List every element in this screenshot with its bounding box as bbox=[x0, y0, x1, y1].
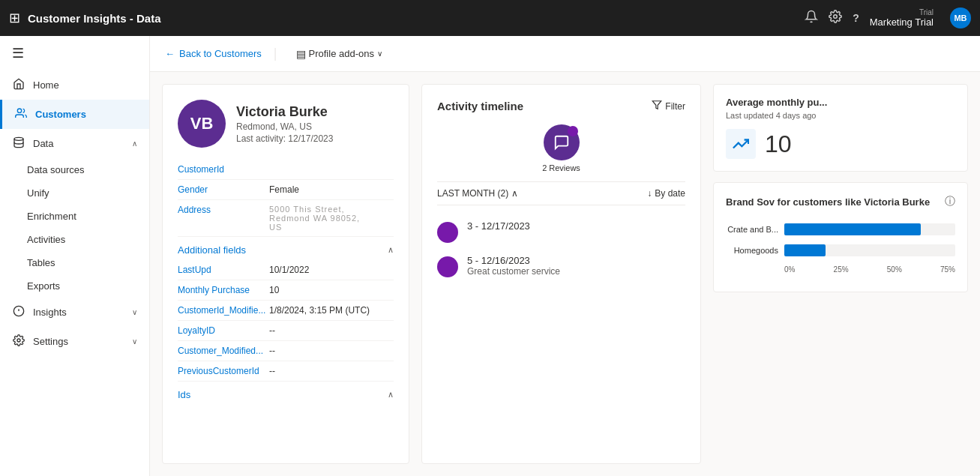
trend-icon bbox=[726, 129, 756, 159]
waffle-icon[interactable]: ⊞ bbox=[9, 10, 20, 26]
monthly-purchase-value: 10 bbox=[269, 285, 279, 295]
additional-fields-label: Additional fields bbox=[178, 244, 246, 256]
header-divider: | bbox=[274, 46, 277, 61]
sidebar-item-data[interactable]: Data ∧ bbox=[0, 129, 149, 158]
loyaltyid-value: -- bbox=[269, 325, 275, 336]
back-to-customers-button[interactable]: ← Back to Customers bbox=[165, 48, 262, 59]
sidebar-settings-icon bbox=[12, 334, 25, 349]
sidebar-label-unify: Unify bbox=[27, 187, 49, 199]
gender-value: Female bbox=[269, 184, 299, 195]
customer-modified-label: Customer_Modified... bbox=[178, 346, 260, 356]
svg-marker-7 bbox=[652, 101, 661, 109]
activity-card: Activity timeline Filter 2 Reviews bbox=[421, 84, 701, 464]
back-label: Back to Customers bbox=[179, 48, 262, 59]
timeline-entry-2-info: 5 - 12/16/2023 Great customer service bbox=[467, 255, 685, 277]
timeline-entry-1-info: 3 - 12/17/2023 bbox=[467, 220, 685, 232]
timeline-entry-1-main: 3 - 12/17/2023 bbox=[467, 220, 685, 232]
sidebar-item-customers[interactable]: Customers bbox=[0, 100, 149, 129]
sidebar-label-data-sources: Data sources bbox=[27, 164, 85, 175]
filter-icon bbox=[652, 100, 662, 112]
sidebar-item-insights[interactable]: Insights ∨ bbox=[0, 298, 149, 327]
filter-label: Filter bbox=[665, 101, 685, 112]
customerid-modified-value: 1/8/2024, 3:15 PM (UTC) bbox=[269, 305, 370, 316]
bar-label-1: Crate and B... bbox=[726, 225, 778, 234]
sidebar-item-enrichment[interactable]: Enrichment bbox=[0, 205, 149, 228]
monthly-purchase-label: Monthly Purchase bbox=[178, 285, 260, 295]
sidebar-item-home[interactable]: Home bbox=[0, 70, 149, 100]
ids-label: Ids bbox=[178, 389, 190, 400]
sidebar-item-data-sources[interactable]: Data sources bbox=[0, 158, 149, 181]
additional-fields-chevron-icon: ∧ bbox=[388, 245, 394, 255]
sidebar-item-activities[interactable]: Activities bbox=[0, 228, 149, 251]
avg-purchase-title: Average monthly pu... bbox=[726, 97, 955, 108]
hamburger-icon[interactable]: ☰ bbox=[0, 36, 149, 70]
settings-chevron-icon: ∨ bbox=[132, 337, 137, 346]
axis-label-50: 50% bbox=[887, 265, 902, 274]
axis-label-25: 25% bbox=[834, 265, 849, 274]
timeline-entry-2: 5 - 12/16/2023 Great customer service bbox=[437, 249, 685, 283]
notifications-icon[interactable] bbox=[805, 10, 818, 26]
customer-last-activity: Last activity: 12/17/2023 bbox=[236, 133, 333, 144]
profile-addons-chevron-icon: ∨ bbox=[377, 49, 382, 58]
brand-card-header: Brand Sov for customers like Victoria Bu… bbox=[726, 195, 955, 208]
customer-info: Victoria Burke Redmond, WA, US Last acti… bbox=[236, 104, 333, 144]
bar-track-2 bbox=[784, 244, 955, 256]
sidebar-item-tables[interactable]: Tables bbox=[0, 251, 149, 274]
bar-fill-1 bbox=[784, 223, 921, 235]
address-value: 5000 This Street,Redmond WA 98052,US bbox=[269, 205, 360, 232]
ids-header[interactable]: Ids ∧ bbox=[178, 382, 394, 405]
settings-icon[interactable] bbox=[829, 10, 842, 26]
additional-fields-header[interactable]: Additional fields ∧ bbox=[178, 237, 394, 260]
data-icon bbox=[12, 136, 25, 151]
chart-axis: 0% 25% 50% 75% bbox=[726, 265, 955, 274]
sidebar-label-customers: Customers bbox=[35, 109, 137, 120]
bar-fill-2 bbox=[784, 244, 826, 256]
sidebar-item-exports[interactable]: Exports bbox=[0, 274, 149, 298]
topbar-icons: ? Trial Marketing Trial MB bbox=[805, 7, 971, 28]
activity-header: Activity timeline Filter bbox=[437, 100, 685, 112]
brand-sov-card: Brand Sov for customers like Victoria Bu… bbox=[713, 182, 968, 292]
filter-button[interactable]: Filter bbox=[652, 100, 685, 112]
trial-name: Marketing Trial bbox=[870, 16, 934, 28]
brand-sov-title: Brand Sov for customers like Victoria Bu… bbox=[726, 196, 930, 208]
customer-modified-row: Customer_Modified... -- bbox=[178, 341, 394, 361]
lastupd-row: LastUpd 10/1/2022 bbox=[178, 260, 394, 280]
avg-purchase-card: Average monthly pu... Last updated 4 day… bbox=[713, 84, 968, 172]
bar-track-1 bbox=[784, 223, 955, 235]
timeline-entries: 3 - 12/17/2023 5 - 12/16/2023 Great cust… bbox=[437, 214, 685, 283]
gender-label: Gender bbox=[178, 184, 260, 195]
app-body: ☰ Home Customers Data ∧ Data sources Uni… bbox=[0, 36, 980, 476]
bar-row-2: Homegoods bbox=[726, 244, 955, 256]
activity-bubble bbox=[544, 124, 580, 160]
insights-icon bbox=[12, 305, 25, 319]
help-icon[interactable]: ? bbox=[853, 12, 859, 24]
by-date-button[interactable]: ↓ By date bbox=[647, 188, 685, 199]
gender-row: Gender Female bbox=[178, 180, 394, 200]
timeline-period-button[interactable]: LAST MONTH (2) ∧ bbox=[437, 188, 518, 199]
home-icon bbox=[12, 78, 25, 92]
avg-purchase-subtitle: Last updated 4 days ago bbox=[726, 111, 955, 120]
sidebar: ☰ Home Customers Data ∧ Data sources Uni… bbox=[0, 36, 150, 476]
insights-chevron-icon: ∨ bbox=[132, 308, 137, 316]
sidebar-label-settings: Settings bbox=[33, 336, 124, 347]
previous-customerid-row: PreviousCustomerId -- bbox=[178, 361, 394, 382]
profile-addons-button[interactable]: ▤ Profile add-ons ∨ bbox=[289, 44, 389, 64]
trial-label: Trial bbox=[919, 8, 934, 16]
customers-icon bbox=[14, 107, 28, 121]
svg-point-1 bbox=[17, 109, 21, 112]
data-chevron-icon: ∧ bbox=[132, 139, 137, 148]
loyaltyid-label: LoyaltyID bbox=[178, 325, 260, 336]
user-avatar[interactable]: MB bbox=[950, 7, 971, 28]
sidebar-item-unify[interactable]: Unify bbox=[0, 181, 149, 205]
sidebar-label-insights: Insights bbox=[33, 307, 124, 318]
lastupd-value: 10/1/2022 bbox=[269, 265, 309, 275]
axis-label-0: 0% bbox=[784, 265, 795, 274]
main-content: ← Back to Customers | ▤ Profile add-ons … bbox=[150, 36, 980, 476]
sidebar-label-tables: Tables bbox=[27, 257, 55, 268]
customer-modified-value: -- bbox=[269, 346, 275, 356]
timeline-dot-2 bbox=[437, 256, 458, 277]
sidebar-item-settings[interactable]: Settings ∨ bbox=[0, 327, 149, 356]
topbar: ⊞ Customer Insights - Data ? Trial Marke… bbox=[0, 0, 980, 36]
info-icon[interactable]: ⓘ bbox=[945, 195, 955, 208]
sort-label: By date bbox=[655, 188, 685, 199]
